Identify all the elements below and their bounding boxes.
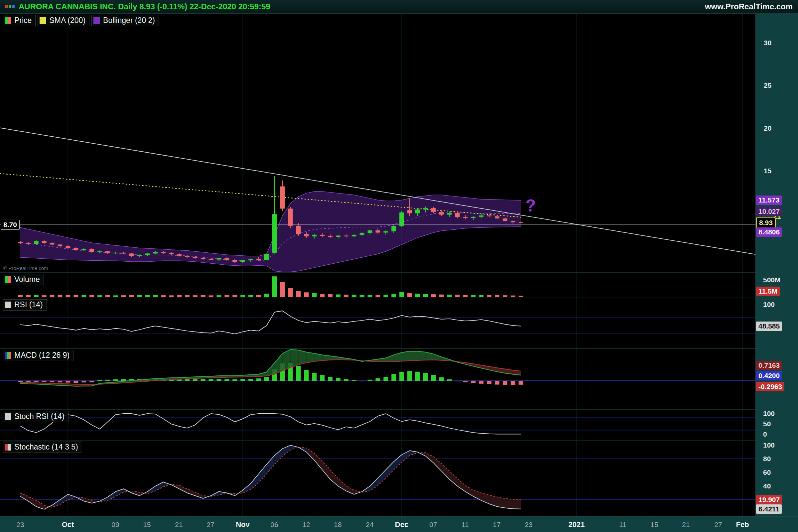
time-axis-tick: Dec [395, 517, 408, 532]
time-axis-tick: 23 [525, 517, 532, 532]
legend-rsi-label: RSI (14) [14, 300, 43, 309]
legend-sma[interactable]: SMA (200) [38, 15, 90, 26]
time-axis-tick: 11 [619, 517, 626, 532]
legend-sma-label: SMA (200) [49, 16, 86, 25]
volume-value-label: 500M [761, 275, 783, 285]
macd-swatch-icon [5, 352, 11, 359]
legend-stoch-rsi-label: Stoch RSI (14) [14, 412, 64, 421]
legend-volume[interactable]: Volume [3, 274, 44, 285]
time-axis-tick: 12 [302, 517, 310, 532]
app-icon [5, 5, 15, 8]
time-axis-tick: 24 [366, 517, 374, 532]
stoch-value-label: 40 [761, 481, 773, 491]
time-axis-tick: 27 [207, 517, 214, 532]
price-value-label: 8.93 [756, 217, 776, 228]
chart-canvas[interactable] [0, 0, 798, 532]
legend-stochastic-label: Stochastic (14 3 5) [14, 442, 78, 452]
macd-panel-legend: MACD (12 26 9) [3, 350, 74, 361]
stoch-value-label: 100 [761, 440, 777, 450]
time-axis-tick: 09 [111, 517, 119, 532]
volume-panel-legend: Volume [3, 274, 44, 285]
time-axis-tick: 27 [714, 517, 722, 532]
copyright-watermark: © ProRealTime.com [3, 265, 48, 271]
legend-macd[interactable]: MACD (12 26 9) [3, 350, 74, 361]
stoch-value-label: 60 [761, 468, 773, 477]
time-axis[interactable]: 23Oct09152127Nov06121824Dec0711172320211… [0, 516, 798, 532]
rsi-panel-legend: RSI (14) [3, 299, 47, 310]
stochrsi-value-label: 50 [761, 419, 773, 429]
time-axis-tick: 15 [650, 517, 658, 532]
macd-value-label: 0.4200 [756, 371, 782, 380]
chart-title: AURORA CANNABIS INC. Daily 8.93 (-0.11%)… [19, 2, 270, 11]
volume-swatch-icon [5, 276, 11, 283]
stoch-value-label: 6.4211 [756, 505, 782, 514]
rsi-swatch-icon [5, 302, 11, 308]
legend-stoch-rsi[interactable]: Stoch RSI (14) [3, 411, 69, 422]
macd-value-label: 0.7163 [756, 361, 782, 370]
legend-price[interactable]: Price [3, 15, 36, 26]
price-value-label: 8.4806 [756, 227, 782, 237]
application-window: AURORA CANNABIS INC. Daily 8.93 (-0.11%)… [0, 0, 798, 532]
time-axis-tick: 21 [682, 517, 690, 532]
stoch-value-label: 80 [761, 454, 773, 463]
time-axis-tick: 06 [270, 517, 278, 532]
price-value-label: 11.573 [756, 195, 782, 205]
bollinger-swatch-icon [93, 17, 100, 24]
prorealtime-link[interactable]: www.ProRealTime.com [705, 2, 793, 11]
stoch-rsi-swatch-icon [5, 413, 11, 420]
time-axis-tick: 18 [334, 517, 341, 532]
legend-volume-label: Volume [14, 275, 40, 284]
stochastic-swatch-icon [5, 444, 11, 451]
time-axis-tick: Oct [62, 517, 74, 532]
time-axis-tick: 15 [143, 517, 151, 532]
volume-value-label: 11.5M [756, 286, 780, 296]
title-bar: AURORA CANNABIS INC. Daily 8.93 (-0.11%)… [0, 0, 798, 14]
price-axis-tick: 25 [761, 81, 774, 90]
legend-price-label: Price [14, 16, 32, 25]
rsi-value-label: 100 [761, 300, 777, 309]
stochrsi-value-label: 100 [761, 409, 777, 418]
price-value-label: 10.027 [756, 207, 782, 216]
price-axis-tick: 15 [761, 166, 774, 175]
legend-rsi[interactable]: RSI (14) [3, 299, 47, 310]
stoch-value-label: 19.907 [756, 495, 782, 505]
price-level-label: 8.70 [1, 220, 20, 230]
sma-swatch-icon [40, 17, 46, 24]
time-axis-tick: 17 [493, 517, 500, 532]
time-axis-tick: 11 [461, 517, 469, 532]
price-axis-tick: 20 [761, 124, 774, 133]
legend-bollinger[interactable]: Bollinger (20 2) [92, 15, 159, 26]
price-axis-tick: 30 [761, 38, 774, 48]
time-axis-tick: Feb [736, 517, 749, 532]
stoch-rsi-panel-legend: Stoch RSI (14) [3, 411, 69, 422]
stochrsi-value-label: 0 [761, 430, 770, 439]
price-swatch-icon [5, 17, 11, 24]
legend-bollinger-label: Bollinger (20 2) [103, 16, 155, 25]
stochastic-panel-legend: Stochastic (14 3 5) [3, 441, 82, 453]
question-mark-annotation[interactable]: ? [525, 195, 536, 215]
macd-value-label: -0.2963 [756, 382, 784, 391]
time-axis-tick: 07 [429, 517, 437, 532]
legend-stochastic[interactable]: Stochastic (14 3 5) [3, 441, 82, 453]
time-axis-tick: 21 [175, 517, 183, 532]
rsi-value-label: 48.585 [756, 322, 782, 331]
price-panel-legend: Price SMA (200) Bollinger (20 2) [3, 15, 159, 26]
legend-macd-label: MACD (12 26 9) [14, 351, 70, 360]
time-axis-tick: 2021 [569, 517, 585, 532]
time-axis-tick: Nov [236, 517, 250, 532]
time-axis-tick: 23 [16, 517, 24, 532]
